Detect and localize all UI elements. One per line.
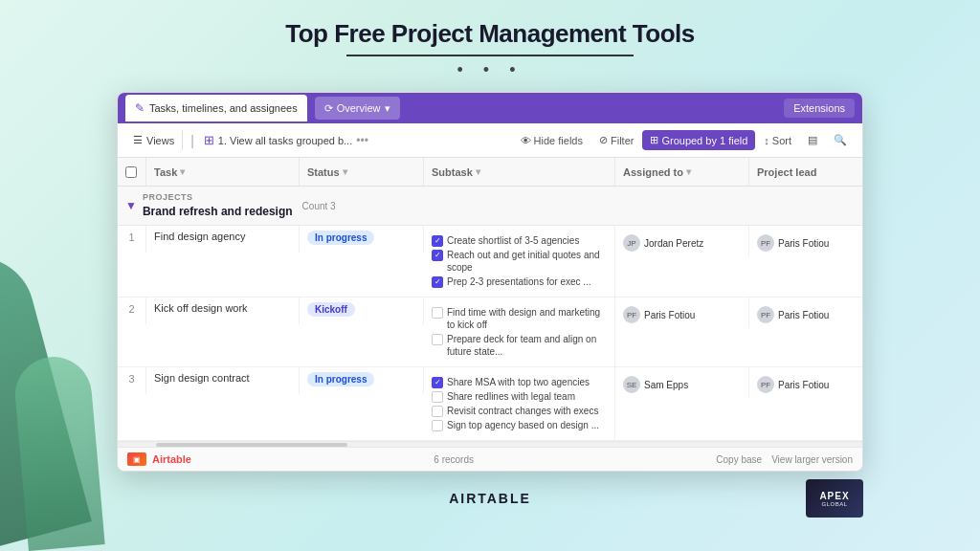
row3-subtasks: ✓ Share MSA with top two agencies Share … <box>424 367 615 440</box>
subtask-checkbox[interactable]: ✓ <box>432 235 443 247</box>
subtask-item: ✓ Share MSA with top two agencies <box>432 376 599 388</box>
search-icon: 🔍 <box>834 134 847 146</box>
row3-assigned: SE Sam Epps <box>615 367 749 398</box>
row3-task-label: Sign design contract <box>154 372 250 384</box>
group-collapse-arrow[interactable]: ▼ <box>125 199 137 212</box>
airtable-logo-icon: ▣ <box>127 452 146 466</box>
overview-button[interactable]: ⟳ Overview ▾ <box>315 97 400 120</box>
view-larger-button[interactable]: View larger version <box>771 454 853 465</box>
subtask-checkbox[interactable] <box>432 391 443 403</box>
row2-task-label: Kick off design work <box>154 302 248 314</box>
bottom-bar: AIRTABLE APEX GLOBAL <box>117 479 863 518</box>
group-row: ▼ PROJECTS Brand refresh and redesign Co… <box>118 187 862 226</box>
row1-avatar: JP <box>623 234 640 252</box>
subtask-checkbox[interactable] <box>432 307 443 319</box>
group-label: PROJECTS <box>143 192 293 202</box>
airtable-branding: ▣ Airtable <box>127 452 191 466</box>
subtask-text: Share MSA with top two agencies <box>447 376 590 388</box>
sort-label: Sort <box>772 135 791 146</box>
title-divider <box>346 55 634 56</box>
subtask-checkbox[interactable]: ✓ <box>432 276 443 288</box>
search-button[interactable]: 🔍 <box>826 130 855 150</box>
th-task-sort: ▾ <box>180 166 185 177</box>
sort-button[interactable]: ↕ Sort <box>756 131 799 150</box>
group-name: Brand refresh and redesign <box>143 205 293 218</box>
th-assigned-label: Assigned to <box>623 166 683 178</box>
th-subtask-label: Subtask <box>432 166 473 178</box>
tab-tasks[interactable]: ✎ Tasks, timelines, and assignees <box>125 95 307 121</box>
page-title: Top Free Project Management Tools <box>285 19 695 49</box>
footer-actions: Copy base View larger version <box>716 454 853 465</box>
row2-number: 2 <box>128 303 134 315</box>
th-status: Status ▾ <box>300 158 424 186</box>
horizontal-scrollbar[interactable] <box>118 441 862 447</box>
row3-avatar: SE <box>623 376 640 393</box>
rows-icon: ▤ <box>808 134 817 146</box>
row3-number: 3 <box>128 373 134 385</box>
th-status-sort: ▾ <box>343 166 347 177</box>
apex-sub: GLOBAL <box>821 501 847 507</box>
th-assigned: Assigned to ▾ <box>615 158 749 186</box>
subtask-text: Share redlines with legal team <box>447 390 575 403</box>
row1-assignee-name: Jordan Peretz <box>644 238 703 249</box>
title-dots: • • • <box>457 60 523 80</box>
hamburger-icon: ☰ <box>133 134 143 146</box>
row2-lead-name: Paris Fotiou <box>778 310 829 320</box>
filter-button[interactable]: ⊘ Filter <box>591 130 641 150</box>
row2-task: Kick off design work <box>146 298 300 324</box>
grid-icon: ⊞ <box>204 133 214 147</box>
subtask-checkbox[interactable]: ✓ <box>432 250 443 261</box>
view-name-button[interactable]: ⊞ 1. View all tasks grouped b... ••• <box>198 129 511 151</box>
th-lead-label: Project lead <box>757 166 816 178</box>
row1-num: 1 <box>118 226 146 253</box>
extensions-button[interactable]: Extensions <box>784 99 855 118</box>
copy-base-button[interactable]: Copy base <box>716 454 762 465</box>
row2-assignee: PF Paris Fotiou <box>623 302 695 323</box>
toolbar-actions: 👁 Hide fields ⊘ Filter ⊞ Grouped by 1 fi… <box>513 130 855 150</box>
grouped-by-button[interactable]: ⊞ Grouped by 1 field <box>642 130 755 150</box>
sort-icon: ↕ <box>764 135 769 146</box>
tab-label: Tasks, timelines, and assignees <box>149 102 298 114</box>
table-header: Task ▾ Status ▾ Subtask ▾ Assigned to ▾ … <box>118 158 862 187</box>
row1-assigned: JP Jordan Peretz <box>615 226 749 256</box>
eye-icon: 👁 <box>521 135 531 146</box>
subtask-checkbox[interactable] <box>432 406 443 417</box>
select-all-checkbox[interactable] <box>125 166 137 178</box>
bottom-brand-label: AIRTABLE <box>174 491 806 506</box>
airtable-brand-name: Airtable <box>152 453 191 465</box>
row1-lead-name: Paris Fotiou <box>778 238 829 249</box>
row1-lead: PF Paris Fotiou <box>749 226 863 256</box>
subtask-item: Share redlines with legal team <box>432 390 599 403</box>
subtask-text: Sign top agency based on design ... <box>447 419 599 431</box>
row1-lead-avatar: PF <box>757 234 774 252</box>
table-footer: ▣ Airtable 6 records Copy base View larg… <box>118 447 862 471</box>
row2-assignee-name: Paris Fotiou <box>644 310 695 320</box>
th-task: Task ▾ <box>146 158 300 186</box>
group-icon: ⊞ <box>650 134 658 146</box>
scrollbar-thumb[interactable] <box>156 443 347 447</box>
row1-subtasks: ✓ Create shortlist of 3-5 agencies ✓ Rea… <box>424 226 615 297</box>
hide-fields-button[interactable]: 👁 Hide fields <box>513 131 590 150</box>
main-container: Top Free Project Management Tools • • • … <box>0 0 980 551</box>
records-count: 6 records <box>434 454 474 465</box>
row3-assignee-name: Sam Epps <box>644 380 688 390</box>
table-body: ▼ PROJECTS Brand refresh and redesign Co… <box>118 187 862 441</box>
toolbar: ☰ Views | ⊞ 1. View all tasks grouped b.… <box>118 123 862 158</box>
subtask-item: Prepare deck for team and align on futur… <box>432 333 607 358</box>
row2-avatar: PF <box>623 306 640 323</box>
subtask-checkbox[interactable]: ✓ <box>432 377 443 388</box>
subtask-item: ✓ Reach out and get initial quotes and s… <box>432 249 607 274</box>
row3-assignee: SE Sam Epps <box>623 372 688 393</box>
subtask-checkbox[interactable] <box>432 420 443 431</box>
subtask-text: Create shortlist of 3-5 agencies <box>447 234 579 247</box>
subtask-checkbox[interactable] <box>432 334 443 345</box>
overview-label: Overview <box>337 102 381 114</box>
rows-button[interactable]: ▤ <box>800 130 825 150</box>
grouped-by-label: Grouped by 1 field <box>661 135 747 146</box>
filter-label: Filter <box>611 135 634 146</box>
row1-status-badge: In progress <box>307 231 374 245</box>
row1-status: In progress <box>300 226 424 253</box>
views-button[interactable]: ☰ Views <box>125 130 183 150</box>
view-name-label: 1. View all tasks grouped b... <box>218 135 352 146</box>
subtask-item: ✓ Create shortlist of 3-5 agencies <box>432 234 607 247</box>
